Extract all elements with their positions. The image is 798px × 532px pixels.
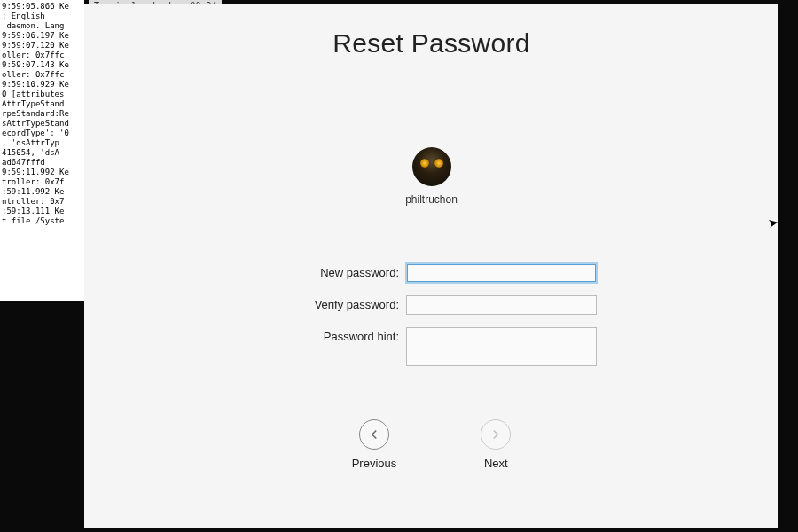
password-form: New password: Verify password: Password … (266, 263, 597, 366)
password-hint-row: Password hint: (266, 327, 597, 366)
verify-password-label: Verify password: (266, 295, 399, 311)
next-label: Next (484, 457, 508, 470)
new-password-label: New password: (266, 263, 399, 279)
new-password-input[interactable] (406, 263, 597, 283)
previous-button[interactable]: Previous (352, 419, 397, 470)
mouse-cursor-icon: ➤ (767, 215, 780, 231)
verify-password-row: Verify password: (266, 295, 597, 315)
page-title: Reset Password (332, 28, 530, 59)
next-button[interactable]: Next (481, 419, 511, 470)
password-hint-input[interactable] (406, 327, 597, 366)
arrow-left-icon (359, 419, 389, 450)
navigation-buttons: Previous Next (352, 419, 512, 470)
user-avatar-owl-icon (412, 147, 451, 186)
reset-password-window: Reset Password philtruchon New password:… (84, 4, 778, 528)
username-label: philtruchon (405, 193, 458, 206)
terminal-background: 9:59:05.866 Ke : English daemon. Lang 9:… (0, 0, 84, 301)
arrow-right-icon (481, 419, 511, 450)
password-hint-label: Password hint: (266, 327, 399, 343)
new-password-row: New password: (266, 263, 597, 283)
previous-label: Previous (352, 457, 397, 470)
user-section: philtruchon (405, 147, 458, 206)
verify-password-input[interactable] (406, 295, 597, 315)
